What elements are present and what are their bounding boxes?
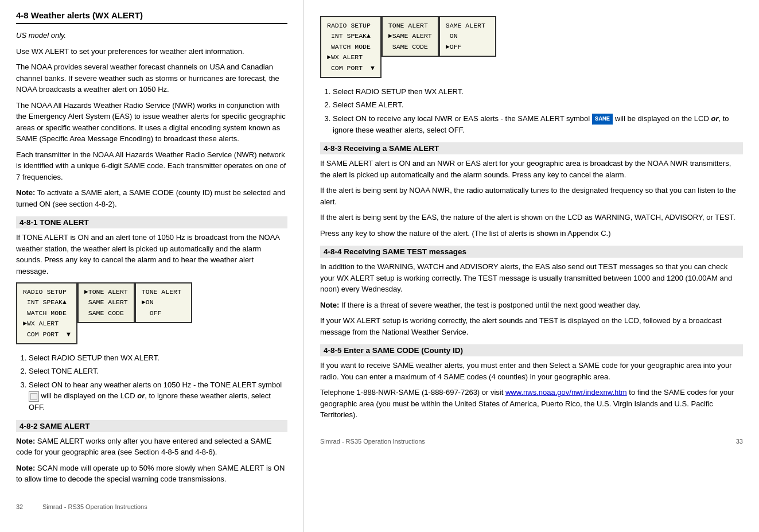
tone-steps-list: Select RADIO SETUP then WX ALERT. Select…: [29, 352, 287, 413]
para2: The NOAA All Hazards Weather Radio Servi…: [16, 100, 287, 145]
lcd-box-1a: RADIO SETUP INT SPEAK▲ WATCH MODE ►WX AL…: [16, 282, 77, 344]
right-page: RADIO SETUP INT SPEAK▲ WATCH MODE ►WX AL…: [304, 0, 759, 532]
section2-header: 4-8-2 SAME ALERT: [16, 420, 287, 432]
page-num-left: 32: [16, 503, 23, 510]
same-code-2-prefix: Telephone 1-888-NWR-SAME (1-888-697-7263…: [320, 388, 505, 397]
lcd-group-1: RADIO SETUP INT SPEAK▲ WATCH MODE ►WX AL…: [16, 282, 287, 344]
note4-label: Note:: [320, 301, 339, 309]
lcd-box-1c: TONE ALERT ►ON OFF: [135, 282, 192, 323]
note4: Note: If there is a threat of severe wea…: [320, 300, 743, 311]
left-page: 4-8 Weather alerts (WX ALERT) US model o…: [0, 0, 304, 532]
same-receiving-1: If SAME ALERT alert is ON and an NWR or …: [320, 158, 743, 180]
section1-header: 4-8-1 TONE ALERT: [16, 216, 287, 228]
same-steps-list: Select RADIO SETUP then WX ALERT. Select…: [333, 86, 743, 135]
note2-text: SAME ALERT works only after you have ent…: [16, 437, 271, 457]
para1: The NOAA provides several weather foreca…: [16, 61, 287, 95]
page-title-left: 4-8 Weather alerts (WX ALERT): [16, 10, 287, 24]
tone-step-2: Select TONE ALERT.: [29, 366, 287, 377]
lcd-group-2: RADIO SETUP INT SPEAK▲ WATCH MODE ►WX AL…: [320, 16, 743, 78]
nws-link[interactable]: www.nws.noaa.gov/nwr/indexnw.htm: [505, 388, 627, 397]
lcd-box-2c: SAME ALERT ON ►OFF: [439, 16, 496, 57]
section4-header: 4-8-4 Receiving SAME TEST messages: [320, 246, 743, 258]
same-receiving-4: Press any key to show the nature of the …: [320, 228, 743, 239]
note1-label: Note:: [16, 188, 35, 197]
note2: Note: SAME ALERT works only after you ha…: [16, 436, 287, 458]
same-receiving-3: If the alert is being sent by the EAS, t…: [320, 212, 743, 223]
lcd-box-2a: RADIO SETUP INT SPEAK▲ WATCH MODE ►WX AL…: [320, 16, 382, 78]
lcd-box-1b: ►TONE ALERT SAME ALERT SAME CODE: [77, 282, 135, 323]
tone-step-1: Select RADIO SETUP then WX ALERT.: [29, 352, 287, 364]
note3-label: Note:: [16, 464, 35, 472]
note1: Note: To activate a SAME alert, a SAME C…: [16, 187, 287, 209]
para3: Each transmitter in the NOAA All Hazards…: [16, 149, 287, 183]
lcd-box-2b: TONE ALERT ►SAME ALERT SAME CODE: [382, 16, 439, 57]
tone-step-3: Select ON to hear any weather alerts on …: [29, 379, 287, 413]
test-msg: In addition to the WARNING, WATCH and AD…: [320, 261, 743, 295]
us-model: US model only.: [16, 30, 287, 41]
note3: Note: SCAN mode will operate up to 50% m…: [16, 463, 287, 485]
note4-text: If there is a threat of severe weather, …: [339, 301, 640, 309]
note3-text: SCAN mode will operate up to 50% more sl…: [16, 464, 285, 484]
footer-right-text: Simrad - RS35 Operation Instructions: [320, 438, 425, 445]
same-code-2: Telephone 1-888-NWR-SAME (1-888-697-7263…: [320, 387, 743, 421]
same-badge: SAME: [592, 114, 613, 125]
note1-text: To activate a SAME alert, a SAME CODE (c…: [16, 188, 285, 208]
same-step-1: Select RADIO SETUP then WX ALERT.: [333, 86, 743, 98]
same-receiving-2: If the alert is being sent by NOAA NWR, …: [320, 185, 743, 207]
test-msg2: If your WX ALERT setup is working correc…: [320, 315, 743, 337]
same-code-1: If you want to receive SAME weather aler…: [320, 360, 743, 382]
section5-header: 4-8-5 Enter a SAME CODE (County ID): [320, 344, 743, 356]
intro-para: Use WX ALERT to set your preferences for…: [16, 46, 287, 57]
same-step-3: Select ON to receive any local NWR or EA…: [333, 113, 743, 135]
page-num-right: 33: [736, 438, 743, 445]
tone-alert-text: If TONE ALERT is ON and an alert tone of…: [16, 232, 287, 277]
footer-left-text: Simrad - RS35 Operation Instructions: [42, 503, 147, 510]
note2-label: Note:: [16, 437, 35, 445]
tone-icon: [29, 391, 39, 402]
section3-header: 4-8-3 Receiving a SAME ALERT: [320, 142, 743, 154]
same-step-2: Select SAME ALERT.: [333, 99, 743, 111]
